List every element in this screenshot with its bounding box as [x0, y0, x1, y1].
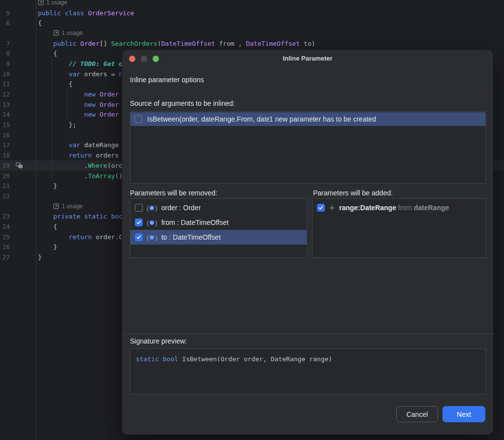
code-text[interactable]: }; [38, 121, 76, 128]
code-text[interactable]: } [38, 243, 57, 251]
line-number: 7 [0, 40, 10, 47]
line-number: 27 [0, 253, 10, 261]
signature-preview-code: static bool IsBetween(Order order, DateR… [136, 355, 480, 363]
parameters-removed-label: Parameters will be removed: [130, 189, 217, 197]
source-row-checkbox[interactable] [134, 115, 142, 123]
line-number: 26 [0, 243, 10, 251]
dialog-title: Inline Parameter [122, 55, 493, 62]
removed-parameter-name: to : DateTimeOffset [161, 233, 221, 241]
signature-preview-label: Signature preview: [130, 337, 187, 345]
removed-parameter-row[interactable]: ()from : DateTimeOffset [130, 215, 307, 230]
removed-parameter-name: from : DateTimeOffset [161, 219, 229, 226]
line-number: 6 [0, 19, 10, 27]
code-text[interactable]: var orders = ne [38, 70, 126, 78]
plus-icon [329, 205, 335, 211]
parameters-removed-list: ()order : Order()from : DateTimeOffset()… [130, 198, 307, 258]
code-text[interactable]: return orders // [38, 152, 130, 159]
cancel-button[interactable]: Cancel [396, 406, 438, 422]
line-number: 9 [0, 60, 10, 67]
usages-arrow-icon [53, 30, 59, 36]
usage-annotation[interactable]: 1 usage [38, 0, 67, 6]
source-arguments-label: Source of arguments to be inlined: [130, 99, 235, 107]
usage-annotation[interactable]: 1 usage [38, 30, 83, 36]
code-line: 7 public Order[] SearchOrders(DateTimeOf… [0, 38, 504, 49]
line-number: 12 [0, 91, 10, 98]
usages-arrow-icon [38, 0, 44, 5]
code-text[interactable]: public class OrderService [38, 9, 134, 17]
code-text[interactable]: .ToArray(); [38, 172, 126, 180]
line-number: 10 [0, 70, 10, 78]
usage-annotation[interactable]: 1 usage [38, 203, 83, 210]
line-number: 22 [0, 192, 10, 200]
line-number: 11 [0, 80, 10, 88]
removed-parameter-name: order : Order [161, 204, 201, 212]
code-text[interactable]: new Order { [38, 101, 126, 108]
code-text[interactable]: private static bool [38, 213, 126, 220]
signature-preview-box: static bool IsBetween(Order order, DateR… [130, 348, 486, 394]
parameter-icon: () [147, 234, 158, 241]
code-text[interactable]: return order.Cr [38, 233, 126, 241]
line-number: 14 [0, 111, 10, 118]
code-line: 5public class OrderService [0, 8, 504, 18]
parameter-icon: () [147, 204, 158, 212]
parameters-added-label: Parameters will be added: [313, 189, 393, 197]
added-parameter-row[interactable]: range:DateRange from dateRange [313, 200, 485, 215]
source-row-text: IsBetween(order, dateRange.From, dateRan… [147, 115, 269, 123]
code-text[interactable]: } [38, 253, 42, 261]
code-line: 6{ [0, 18, 504, 28]
signature-separator [122, 334, 494, 334]
code-text[interactable]: { [38, 19, 42, 27]
added-parameter-name: range:DateRange from dateRange [339, 204, 449, 212]
dialog-titlebar[interactable]: Inline Parameter [122, 50, 493, 67]
line-number: 25 [0, 233, 10, 241]
code-text[interactable]: { [38, 50, 57, 57]
usage-annotation-row: 1 usage [0, 0, 504, 8]
code-text[interactable]: // TODO: Get or [38, 60, 126, 67]
line-number: 20 [0, 172, 10, 180]
signature-rest: IsBetween(Order order, DateRange range) [178, 355, 332, 363]
line-number: 18 [0, 152, 10, 159]
line-number: 19 [0, 162, 10, 169]
line-number: 23 [0, 213, 10, 220]
inline-parameter-dialog: Inline Parameter Inline parameter option… [122, 49, 494, 435]
next-button[interactable]: Next [442, 406, 485, 422]
line-number: 24 [0, 223, 10, 230]
removed-parameter-row[interactable]: ()order : Order [130, 200, 307, 215]
line-number: 15 [0, 121, 10, 128]
refactor-bubble-icon[interactable] [16, 162, 23, 169]
code-text[interactable]: .Where(orde [38, 162, 126, 169]
line-number: 16 [0, 131, 10, 139]
code-text[interactable]: var dateRange = [38, 141, 126, 149]
source-row-note: 1 new parameter has to be created [269, 115, 376, 123]
line-number: 13 [0, 101, 10, 108]
dialog-subtitle: Inline parameter options [130, 76, 204, 84]
code-text[interactable]: new Order { [38, 111, 126, 118]
code-text[interactable]: { [38, 80, 72, 88]
code-text[interactable]: } [38, 182, 57, 189]
removed-parameter-row[interactable]: ()to : DateTimeOffset [130, 230, 307, 245]
parameter-icon: () [147, 219, 158, 226]
line-number: 8 [0, 50, 10, 57]
checkbox[interactable] [135, 233, 143, 241]
code-text[interactable]: public Order[] SearchOrders(DateTimeOffs… [38, 40, 315, 47]
line-number: 21 [0, 182, 10, 189]
checkbox[interactable] [135, 204, 143, 212]
line-number: 17 [0, 141, 10, 149]
checkbox[interactable] [317, 204, 325, 212]
usage-annotation-row: 1 usage [0, 28, 504, 38]
line-number: 5 [0, 9, 10, 17]
parameters-added-list: range:DateRange from dateRange [312, 198, 486, 258]
code-text[interactable]: { [38, 223, 57, 230]
usages-arrow-icon [53, 203, 59, 209]
source-arguments-list: IsBetween(order, dateRange.From, dateRan… [130, 111, 486, 184]
checkbox[interactable] [135, 219, 143, 226]
signature-keywords: static bool [136, 355, 178, 363]
code-text[interactable]: new Order { [38, 91, 126, 98]
source-argument-row[interactable]: IsBetween(order, dateRange.From, dateRan… [130, 112, 485, 126]
